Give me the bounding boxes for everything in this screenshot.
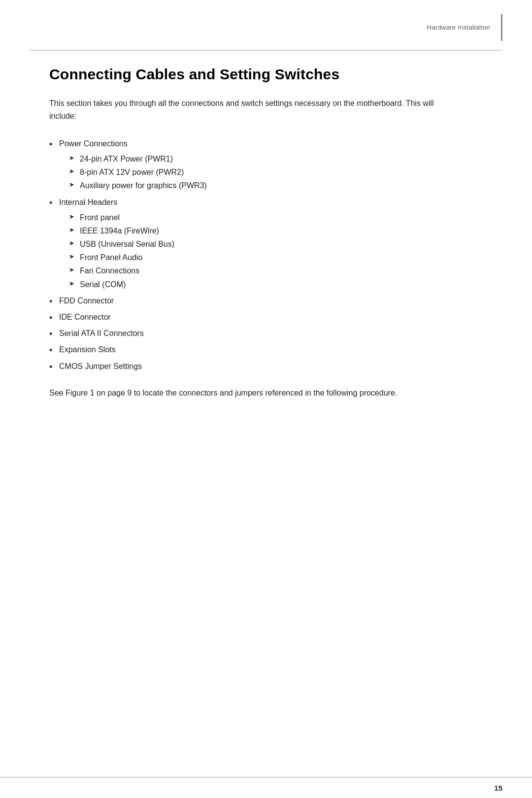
list-item: IDE Connector (49, 310, 483, 324)
bullet-label: CMOS Jumper Settings (59, 362, 142, 370)
header-divider (501, 14, 502, 41)
page-container: Hardware Installation Connecting Cables … (0, 0, 532, 798)
section-title: Connecting Cables and Setting Switches (49, 66, 483, 83)
closing-text: See Figure 1 on page 9 to locate the con… (49, 387, 453, 399)
intro-text: This section takes you through all the c… (49, 97, 453, 123)
page-number: 15 (494, 784, 502, 792)
bullet-label: Serial ATA II Connectors (59, 329, 144, 337)
header-right: Hardware Installation (427, 14, 502, 41)
list-item: Expansion Slots (49, 343, 483, 356)
list-item: CMOS Jumper Settings (49, 360, 483, 373)
list-item: Serial (COM) (69, 278, 483, 291)
power-sub-list: 24-pin ATX Power (PWR1) 8-pin ATX 12V po… (59, 152, 483, 193)
list-item: 24-pin ATX Power (PWR1) (69, 152, 483, 166)
footer-area: 15 (0, 777, 532, 798)
list-item: USB (Universal Serial Bus) (69, 237, 483, 251)
serial-ata-item: Serial ATA II Connectors (49, 327, 483, 340)
bullet-label: Internal Headers (59, 198, 117, 206)
bullet-list: Power Connections 24-pin ATX Power (PWR1… (49, 137, 483, 373)
bullet-label: Expansion Slots (59, 345, 116, 354)
list-item: Auxiliary power for graphics (PWR3) (69, 179, 483, 192)
list-item: Power Connections 24-pin ATX Power (PWR1… (49, 137, 483, 193)
bullet-label: FDD Connector (59, 297, 114, 305)
list-item: FDD Connector (49, 294, 483, 307)
main-content: Connecting Cables and Setting Switches T… (0, 51, 532, 798)
bullet-label: IDE Connector (59, 313, 111, 321)
bullet-label: Power Connections (59, 139, 128, 148)
header-title: Hardware Installation (427, 24, 490, 31)
internal-sub-list: Front panel IEEE 1394a (FireWire) USB (U… (59, 211, 483, 291)
list-item: IEEE 1394a (FireWire) (69, 224, 483, 237)
list-item: Internal Headers Front panel IEEE 1394a … (49, 196, 483, 291)
list-item: Front Panel Audio (69, 251, 483, 264)
header-area: Hardware Installation (0, 0, 532, 41)
list-item: 8-pin ATX 12V power (PWR2) (69, 166, 483, 179)
fan-connections-item: Fan Connections (69, 264, 483, 277)
list-item: Front panel (69, 211, 483, 224)
